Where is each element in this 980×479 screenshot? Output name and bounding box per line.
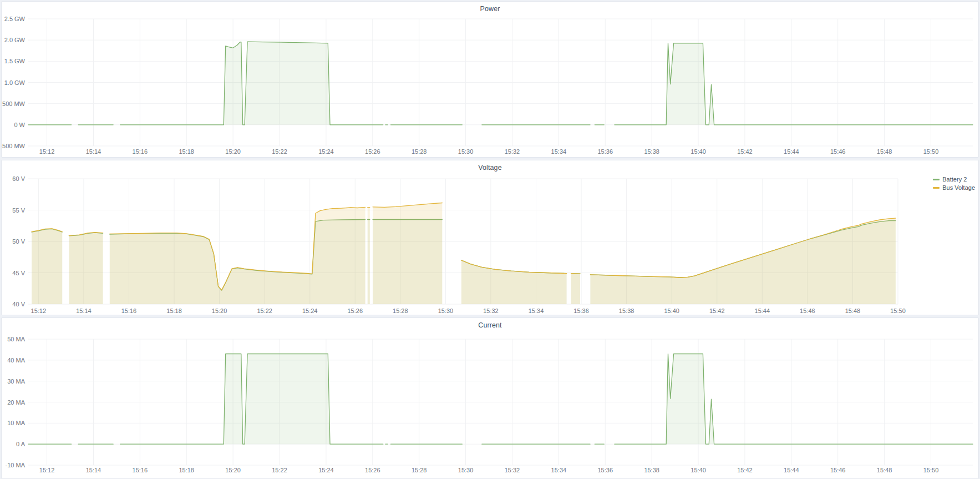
svg-text:15:40: 15:40 [690, 467, 706, 473]
svg-text:10 MA: 10 MA [7, 420, 25, 426]
svg-text:45 V: 45 V [12, 270, 25, 276]
svg-text:15:24: 15:24 [318, 148, 334, 155]
svg-text:15:18: 15:18 [179, 467, 194, 473]
svg-text:15:48: 15:48 [877, 467, 892, 473]
svg-text:15:28: 15:28 [393, 307, 408, 314]
panel-power: Power 2.5 GW2.0 GW1.5 GW1.0 GW500 MW0 W-… [1, 1, 979, 158]
svg-text:15:26: 15:26 [365, 467, 380, 473]
power-chart[interactable]: 2.5 GW2.0 GW1.5 GW1.0 GW500 MW0 W-500 MW… [2, 2, 979, 158]
legend-item-battery-2[interactable]: Battery 2 [933, 176, 975, 183]
panel-power-title[interactable]: Power [2, 2, 978, 13]
svg-text:15:22: 15:22 [257, 307, 272, 314]
svg-text:30 MA: 30 MA [7, 378, 25, 385]
svg-text:15:46: 15:46 [830, 467, 846, 473]
voltage-chart[interactable]: 60 V55 V50 V45 V40 V15:1215:1415:1615:18… [2, 160, 979, 316]
svg-text:15:14: 15:14 [86, 148, 101, 155]
svg-text:15:16: 15:16 [133, 148, 148, 155]
svg-text:0 W: 0 W [14, 122, 25, 128]
svg-text:15:20: 15:20 [212, 307, 227, 314]
svg-text:15:18: 15:18 [166, 307, 182, 314]
svg-text:15:28: 15:28 [412, 467, 427, 473]
svg-text:15:20: 15:20 [225, 148, 241, 155]
panel-voltage: Voltage 60 V55 V50 V45 V40 V15:1215:1415… [1, 160, 979, 315]
svg-text:15:16: 15:16 [121, 307, 137, 314]
svg-text:15:46: 15:46 [800, 307, 815, 314]
svg-text:15:12: 15:12 [39, 467, 55, 473]
svg-text:15:38: 15:38 [619, 307, 634, 314]
svg-text:50 MA: 50 MA [7, 336, 25, 342]
dashboard: Power 2.5 GW2.0 GW1.5 GW1.0 GW500 MW0 W-… [0, 0, 980, 479]
svg-text:15:34: 15:34 [551, 148, 567, 155]
battery-2-series-swatch-icon [933, 179, 940, 180]
svg-text:15:30: 15:30 [458, 467, 474, 473]
svg-text:15:48: 15:48 [877, 148, 892, 155]
svg-text:15:24: 15:24 [318, 467, 334, 473]
current-chart[interactable]: 50 MA40 MA30 MA20 MA10 MA0 A-10 MA15:121… [2, 318, 979, 479]
svg-text:20 MA: 20 MA [7, 399, 25, 406]
svg-text:15:18: 15:18 [179, 148, 194, 155]
svg-text:500 MW: 500 MW [2, 100, 26, 107]
svg-text:15:36: 15:36 [597, 467, 613, 473]
svg-text:15:26: 15:26 [348, 307, 363, 314]
svg-text:40 V: 40 V [12, 301, 25, 307]
svg-text:15:40: 15:40 [690, 148, 706, 155]
bus-voltage-series-swatch-icon [933, 187, 940, 189]
svg-text:1.5 GW: 1.5 GW [4, 58, 26, 64]
svg-text:1.0 GW: 1.0 GW [4, 79, 26, 86]
svg-text:50 V: 50 V [12, 238, 25, 245]
svg-text:15:36: 15:36 [573, 307, 589, 314]
svg-text:55 V: 55 V [12, 207, 25, 214]
svg-text:15:34: 15:34 [551, 467, 567, 473]
svg-text:15:20: 15:20 [225, 467, 241, 473]
svg-text:15:42: 15:42 [737, 148, 753, 155]
panel-voltage-title[interactable]: Voltage [2, 160, 978, 172]
svg-text:15:38: 15:38 [644, 148, 659, 155]
legend: Battery 2 Bus Voltage [933, 176, 975, 191]
svg-text:15:38: 15:38 [644, 467, 659, 473]
svg-text:15:26: 15:26 [365, 148, 380, 155]
legend-label: Bus Voltage [942, 184, 975, 191]
svg-text:15:28: 15:28 [412, 148, 427, 155]
svg-text:15:32: 15:32 [483, 307, 499, 314]
svg-text:15:40: 15:40 [664, 307, 679, 314]
svg-text:15:14: 15:14 [86, 467, 101, 473]
svg-text:15:22: 15:22 [272, 148, 287, 155]
svg-text:2.0 GW: 2.0 GW [4, 37, 26, 43]
svg-text:15:42: 15:42 [737, 467, 753, 473]
svg-text:40 MA: 40 MA [7, 357, 25, 364]
svg-text:-10 MA: -10 MA [6, 462, 26, 468]
svg-text:15:12: 15:12 [39, 148, 55, 155]
svg-text:-500 MW: -500 MW [2, 143, 26, 149]
legend-label: Battery 2 [942, 176, 967, 183]
svg-text:2.5 GW: 2.5 GW [4, 16, 26, 22]
svg-text:15:14: 15:14 [76, 307, 92, 314]
svg-text:15:50: 15:50 [923, 467, 939, 473]
svg-text:0 A: 0 A [16, 441, 26, 447]
svg-text:15:46: 15:46 [830, 148, 846, 155]
svg-text:15:24: 15:24 [302, 307, 318, 314]
svg-text:15:16: 15:16 [133, 467, 148, 473]
svg-text:15:48: 15:48 [845, 307, 861, 314]
svg-text:15:44: 15:44 [784, 467, 799, 473]
svg-text:15:34: 15:34 [529, 307, 544, 314]
panel-current: Current 50 MA40 MA30 MA20 MA10 MA0 A-10 … [1, 317, 979, 479]
svg-text:15:36: 15:36 [597, 148, 613, 155]
svg-text:15:44: 15:44 [784, 148, 799, 155]
svg-text:15:32: 15:32 [505, 467, 520, 473]
legend-item-bus-voltage[interactable]: Bus Voltage [933, 184, 975, 191]
svg-text:15:32: 15:32 [505, 148, 520, 155]
svg-text:15:22: 15:22 [272, 467, 287, 473]
panel-current-title[interactable]: Current [2, 318, 978, 329]
svg-text:15:12: 15:12 [31, 307, 47, 314]
svg-text:15:30: 15:30 [438, 307, 454, 314]
svg-text:15:50: 15:50 [923, 148, 939, 155]
svg-text:15:50: 15:50 [890, 307, 906, 314]
svg-text:15:30: 15:30 [458, 148, 474, 155]
svg-text:15:44: 15:44 [755, 307, 770, 314]
svg-text:15:42: 15:42 [709, 307, 725, 314]
svg-text:60 V: 60 V [12, 175, 25, 182]
